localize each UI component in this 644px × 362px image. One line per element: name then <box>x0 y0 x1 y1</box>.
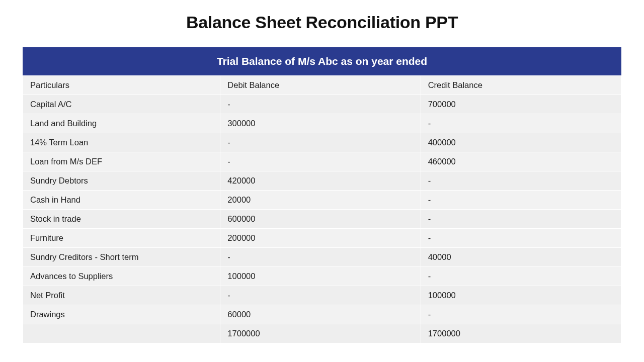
cell-debit: - <box>220 133 421 152</box>
table-row: Advances to Suppliers100000- <box>23 267 621 286</box>
cell-particulars: Drawings <box>23 305 220 324</box>
page-title: Balance Sheet Reconciliation PPT <box>23 13 621 32</box>
cell-credit: - <box>421 210 621 229</box>
table-row: Net Profit-100000 <box>23 286 621 305</box>
cell-debit: - <box>220 95 421 114</box>
cell-particulars: Capital A/C <box>23 95 220 114</box>
cell-particulars: Stock in trade <box>23 210 220 229</box>
cell-particulars: Net Profit <box>23 286 220 305</box>
col-header-credit: Credit Balance <box>421 76 621 95</box>
table-row: Loan from M/s DEF-460000 <box>23 152 621 171</box>
cell-particulars: Sundry Debtors <box>23 171 220 191</box>
cell-debit: 60000 <box>220 305 421 324</box>
table-row: Cash in Hand20000- <box>23 191 621 210</box>
cell-particulars: 14% Term Loan <box>23 133 220 152</box>
cell-debit: 420000 <box>220 171 421 191</box>
table-row: Stock in trade600000- <box>23 210 621 229</box>
cell-credit: 460000 <box>421 152 621 171</box>
cell-debit: 200000 <box>220 229 421 248</box>
table-row: 14% Term Loan-400000 <box>23 133 621 152</box>
table-title-bar: Trial Balance of M/s Abc as on year ende… <box>23 47 621 75</box>
cell-totals-particulars <box>23 324 220 343</box>
cell-totals-debit: 1700000 <box>220 324 421 343</box>
cell-particulars: Furniture <box>23 229 220 248</box>
table-row: Drawings60000- <box>23 305 621 324</box>
trial-balance-table: Trial Balance of M/s Abc as on year ende… <box>23 47 621 343</box>
cell-credit: - <box>421 191 621 210</box>
cell-particulars: Advances to Suppliers <box>23 267 220 286</box>
table-row: Sundry Creditors - Short term-40000 <box>23 248 621 267</box>
col-header-particulars: Particulars <box>23 76 220 95</box>
cell-credit: 40000 <box>421 248 621 267</box>
cell-credit: - <box>421 229 621 248</box>
cell-particulars: Cash in Hand <box>23 191 220 210</box>
cell-debit: 300000 <box>220 114 421 133</box>
cell-credit: - <box>421 171 621 191</box>
table-row: Capital A/C-700000 <box>23 95 621 114</box>
cell-particulars: Land and Building <box>23 114 220 133</box>
cell-particulars: Sundry Creditors - Short term <box>23 248 220 267</box>
slide-container: Balance Sheet Reconciliation PPT Trial B… <box>0 0 644 362</box>
cell-debit: 600000 <box>220 210 421 229</box>
cell-credit: - <box>421 114 621 133</box>
table-row: Land and Building300000- <box>23 114 621 133</box>
table-header-row: Particulars Debit Balance Credit Balance <box>23 76 621 95</box>
cell-totals-credit: 1700000 <box>421 324 621 343</box>
cell-debit: - <box>220 248 421 267</box>
cell-credit: - <box>421 305 621 324</box>
cell-debit: - <box>220 152 421 171</box>
cell-credit: 400000 <box>421 133 621 152</box>
cell-debit: - <box>220 286 421 305</box>
table-totals-row: 17000001700000 <box>23 324 621 343</box>
cell-credit: 700000 <box>421 95 621 114</box>
cell-credit: - <box>421 267 621 286</box>
table-row: Sundry Debtors420000- <box>23 171 621 191</box>
cell-particulars: Loan from M/s DEF <box>23 152 220 171</box>
cell-credit: 100000 <box>421 286 621 305</box>
balance-table: Particulars Debit Balance Credit Balance… <box>23 75 621 343</box>
table-row: Furniture200000- <box>23 229 621 248</box>
cell-debit: 100000 <box>220 267 421 286</box>
cell-debit: 20000 <box>220 191 421 210</box>
col-header-debit: Debit Balance <box>220 76 421 95</box>
